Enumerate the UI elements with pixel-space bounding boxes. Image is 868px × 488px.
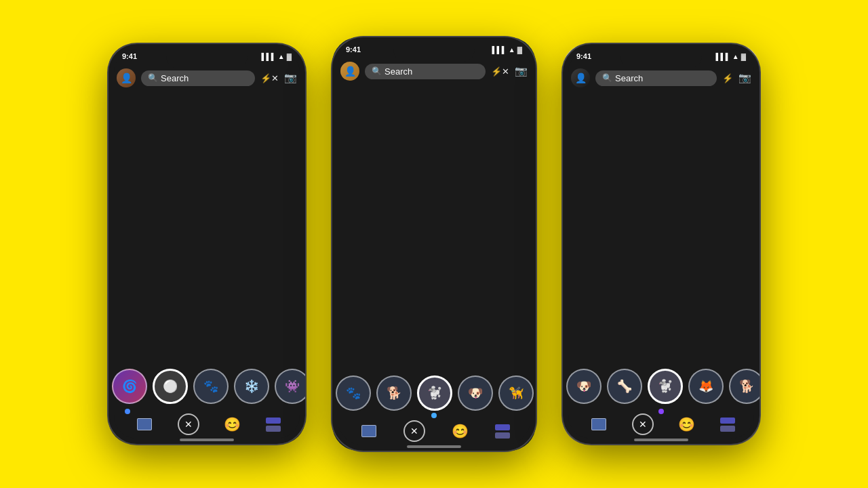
cancel-button-2[interactable]: ✕ [403, 420, 425, 442]
user-avatar-2[interactable]: 👤 [340, 62, 359, 81]
battery-icon-3: ▓ [741, 53, 746, 60]
battery-icon-2: ▓ [517, 46, 522, 54]
search-box-2[interactable]: 🔍 Search [365, 64, 486, 79]
search-right-1: ⚡✕ 📷 [260, 72, 297, 84]
status-bar-2: 9:41 ▌▌▌ ▲ ▓ [332, 43, 536, 56]
search-bar-2[interactable]: 👤 🔍 Search ⚡✕ 📷 [332, 59, 536, 83]
search-label-3: Search [615, 73, 643, 83]
flash-icon-1[interactable]: ⚡✕ [260, 73, 279, 83]
bottom-controls-2: ✕ 😊 [332, 417, 536, 445]
lens-item-4[interactable]: 👾 [275, 369, 305, 404]
glasses-svg [356, 200, 512, 261]
user-avatar-1[interactable]: 👤 [117, 68, 136, 87]
signal-icon-1: ▌▌▌ [262, 53, 276, 60]
dual-snap-icon-3[interactable] [720, 418, 735, 432]
cancel-button-3[interactable]: ✕ [632, 413, 654, 435]
lens-tray-3: 🐶 🦴 🐩 🦊 🐕 [563, 363, 760, 410]
lens-item-3-3[interactable]: 🦊 [688, 369, 724, 404]
bone-antlers: ✦ ✦ [593, 112, 729, 180]
battery-icon-1: ▓ [287, 53, 292, 60]
lens-item-0[interactable]: 🌀 [112, 369, 147, 404]
bottom-controls-1: ✕ 😊 [108, 410, 305, 439]
status-bar-3: 9:41 ▌▌▌ ▲ ▓ [563, 49, 760, 63]
phone-3: ✦ ✦ 9:41 ▌▌▌ ▲ ▓ 👤 🔍 Search ⚡ 📷 [563, 44, 760, 444]
camera-icon-1[interactable]: 📷 [284, 72, 297, 84]
status-time-1: 9:41 [122, 52, 137, 60]
gallery-icon-3[interactable] [588, 413, 610, 435]
lens-item-2-0[interactable]: 🐾 [336, 375, 371, 411]
lens-item-3-4[interactable]: 🐕 [729, 369, 760, 404]
search-box-3[interactable]: 🔍 Search [595, 70, 717, 86]
search-bar-3[interactable]: 👤 🔍 Search ⚡ 📷 [563, 66, 760, 90]
search-label-2: Search [384, 66, 412, 77]
lens-item-2-4[interactable]: 🦮 [498, 375, 534, 411]
search-bar-1[interactable]: 👤 🔍 Search ⚡✕ 📷 [108, 66, 305, 90]
face-lens-icon-2[interactable]: 😊 [450, 420, 471, 442]
home-indicator-1 [180, 439, 234, 441]
signal-icon-3: ▌▌▌ [716, 53, 730, 60]
dual-snap-icon-1[interactable] [266, 418, 281, 432]
face-lens-icon-3[interactable]: 😊 [676, 413, 698, 435]
search-right-3: ⚡ 📷 [722, 72, 751, 84]
search-icon-3: 🔍 [602, 73, 612, 83]
wifi-icon-2: ▲ [509, 46, 515, 54]
signal-icon-2: ▌▌▌ [492, 46, 507, 54]
lens-item-2[interactable]: 🐾 [193, 369, 229, 404]
lens-item-3[interactable]: ❄️ [234, 369, 269, 404]
lens-item-2-1[interactable]: 🐕 [376, 375, 412, 411]
lens-tray-1: 🌀 ⚪ 🐾 ❄️ 👾 [108, 363, 305, 410]
search-icon-2: 🔍 [372, 66, 382, 76]
cancel-button-1[interactable]: ✕ [178, 413, 199, 435]
camera-icon-3[interactable]: 📷 [738, 72, 751, 84]
status-time-2: 9:41 [346, 45, 361, 54]
search-right-2: ⚡✕ 📷 [491, 65, 528, 77]
lens-item-2-3[interactable]: 🐶 [458, 375, 493, 411]
lens-item-2-2[interactable]: 🐩 [417, 375, 452, 411]
dual-snap-icon-2[interactable] [495, 424, 510, 439]
status-icons-2: ▌▌▌ ▲ ▓ [492, 46, 522, 54]
face-lens-icon-1[interactable]: 😊 [222, 413, 243, 435]
wifi-icon-3: ▲ [732, 53, 739, 60]
phone-2: 9:41 ▌▌▌ ▲ ▓ 👤 🔍 Search ⚡✕ 📷 🐾 🐕 🐩 [332, 37, 536, 451]
status-time-3: 9:41 [576, 52, 591, 60]
lens-tray-2: 🐾 🐕 🐩 🐶 🦮 🐈 [332, 369, 536, 417]
status-icons-1: ▌▌▌ ▲ ▓ [262, 53, 292, 60]
lens-item-1[interactable]: ⚪ [153, 369, 188, 404]
bottom-controls-3: ✕ 😊 [563, 410, 760, 439]
home-indicator-3 [634, 439, 688, 441]
status-bar-1: 9:41 ▌▌▌ ▲ ▓ [108, 49, 305, 63]
search-box-1[interactable]: 🔍 Search [141, 70, 255, 86]
lens-item-3-1[interactable]: 🦴 [607, 369, 642, 404]
user-avatar-3[interactable]: 👤 [571, 68, 590, 87]
flash-icon-2[interactable]: ⚡✕ [491, 66, 509, 77]
home-indicator-2 [407, 445, 461, 448]
wifi-icon-1: ▲ [278, 53, 285, 60]
search-icon-1: 🔍 [148, 73, 158, 83]
svg-point-7 [376, 206, 425, 255]
svg-point-8 [443, 206, 492, 255]
lens-item-3-2[interactable]: 🐩 [648, 369, 683, 404]
search-label-1: Search [161, 73, 189, 83]
camera-icon-2[interactable]: 📷 [515, 65, 528, 77]
flash-icon-3[interactable]: ⚡ [722, 73, 733, 83]
phone-1: 🐾 9:41 ▌▌▌ ▲ ▓ 👤 🔍 Search [108, 44, 305, 444]
status-icons-3: ▌▌▌ ▲ ▓ [716, 53, 746, 60]
gallery-icon-1[interactable] [134, 413, 155, 435]
lens-item-3-0[interactable]: 🐶 [566, 369, 601, 404]
gallery-icon-2[interactable] [358, 420, 380, 442]
